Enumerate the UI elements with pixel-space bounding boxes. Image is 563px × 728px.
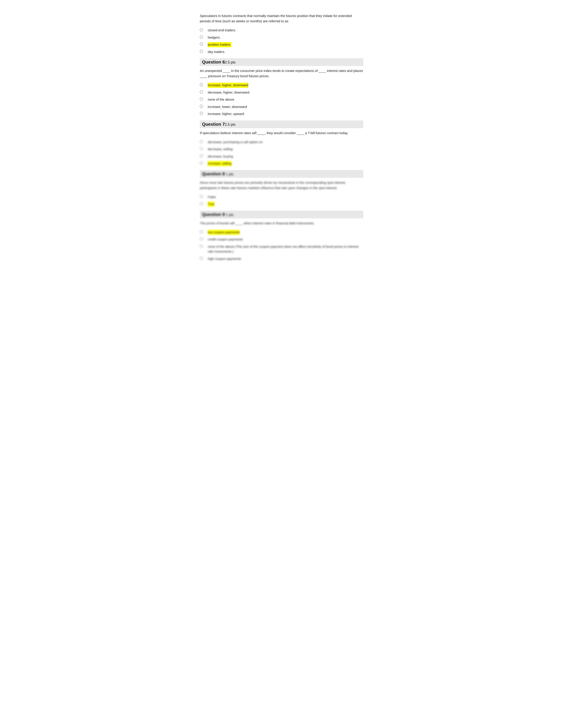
- q9-radio-d[interactable]: [200, 257, 203, 260]
- q5-label-a: closed-end traders.: [208, 28, 236, 33]
- q8-header: Question 8 1 pts: [200, 170, 363, 178]
- q7-radio-c[interactable]: [200, 154, 203, 158]
- q9-label-c: none of the above (The size of the coupo…: [208, 244, 363, 254]
- q6-intro: An unexpected ____ in the consumer price…: [200, 68, 363, 79]
- q5-label-b: hedgers.: [208, 35, 220, 40]
- q7-options-list: decrease; purchasing a call option on de…: [200, 140, 363, 166]
- q6-option-c[interactable]: none of the above: [200, 97, 363, 102]
- q8-options-list: False True: [200, 195, 363, 207]
- q7-title: Question 72.5 pts: [202, 122, 361, 127]
- q5-intro: Speculators in futures contracts that no…: [200, 13, 363, 24]
- q8-option-a[interactable]: False: [200, 195, 363, 200]
- q9-option-a[interactable]: low coupon payments: [200, 230, 363, 235]
- q6-label-a: increase; higher; downward: [208, 83, 248, 88]
- q7-radio-a[interactable]: [200, 140, 203, 143]
- q9-header: Question 9 1 pts: [200, 211, 363, 218]
- q7-option-c[interactable]: decrease; buying: [200, 154, 363, 159]
- q5-label-c: position traders.: [208, 42, 231, 47]
- q6-label-c: none of the above: [208, 97, 234, 102]
- q7-label-b: decrease; selling: [208, 147, 233, 152]
- q6-option-d[interactable]: increase; lower; downward: [200, 104, 363, 109]
- q9-radio-c[interactable]: [200, 245, 203, 248]
- q9-options-list: low coupon payments credit coupon paymen…: [200, 230, 363, 261]
- q7-label-d: increase; selling: [208, 161, 231, 166]
- q7-radio-b[interactable]: [200, 147, 203, 150]
- q6-option-b[interactable]: decrease; higher; downward: [200, 90, 363, 95]
- q6-radio-a[interactable]: [200, 83, 203, 86]
- q7-label-a: decrease; purchasing a call option on: [208, 140, 263, 145]
- q5-option-a[interactable]: closed-end traders.: [200, 28, 363, 33]
- q6-option-e[interactable]: increase; higher; upward: [200, 111, 363, 116]
- q6-radio-c[interactable]: [200, 98, 203, 101]
- q6-label-e: increase; higher; upward: [208, 111, 244, 116]
- q6-option-a[interactable]: increase; higher; downward: [200, 83, 363, 88]
- q9-label-d: high coupon payments: [208, 256, 241, 261]
- q5-options-list: closed-end traders. hedgers. position tr…: [200, 28, 363, 54]
- q8-label-b: True: [208, 202, 214, 207]
- q8-title: Question 8 1 pts: [202, 171, 361, 176]
- q5-radio-c[interactable]: [200, 43, 203, 46]
- q9-intro: The prices of bonds will ____ when inter…: [200, 221, 363, 226]
- q6-label-b: decrease; higher; downward: [208, 90, 249, 95]
- q7-option-b[interactable]: decrease; selling: [200, 147, 363, 152]
- q9-option-d[interactable]: high coupon payments: [200, 256, 363, 261]
- q7-radio-d[interactable]: [200, 161, 203, 165]
- q6-header: Question 62.5 pts: [200, 58, 363, 66]
- q9-title: Question 9 1 pts: [202, 212, 361, 217]
- q6-label-d: increase; lower; downward: [208, 104, 247, 109]
- q8-label-a: False: [208, 195, 216, 200]
- q7-option-a[interactable]: decrease; purchasing a call option on: [200, 140, 363, 145]
- q8-option-b[interactable]: True: [200, 202, 363, 207]
- q5-label-d: day traders.: [208, 49, 225, 54]
- q5-radio-a[interactable]: [200, 28, 203, 31]
- q8-radio-a[interactable]: [200, 195, 203, 198]
- q7-option-d[interactable]: increase; selling: [200, 161, 363, 166]
- q6-radio-e[interactable]: [200, 112, 203, 115]
- q7-header: Question 72.5 pts: [200, 120, 363, 128]
- q5-option-c[interactable]: position traders.: [200, 42, 363, 47]
- q8-intro: Since most rate futures prices are prima…: [200, 180, 363, 191]
- q7-label-c: decrease; buying: [208, 154, 233, 159]
- q6-radio-b[interactable]: [200, 90, 203, 94]
- q9-option-b[interactable]: credit coupon payments: [200, 237, 363, 242]
- q5-option-b[interactable]: hedgers.: [200, 35, 363, 40]
- q9-radio-b[interactable]: [200, 237, 203, 240]
- q6-radio-d[interactable]: [200, 105, 203, 108]
- q6-title: Question 62.5 pts: [202, 60, 361, 65]
- q7-intro: If speculators believe interest rates wi…: [200, 130, 363, 136]
- q9-label-a: low coupon payments: [208, 230, 240, 235]
- q9-option-c[interactable]: none of the above (The size of the coupo…: [200, 244, 363, 254]
- q9-radio-a[interactable]: [200, 230, 203, 233]
- q6-options-list: increase; higher; downward decrease; hig…: [200, 83, 363, 116]
- q9-label-b: credit coupon payments: [208, 237, 243, 242]
- q5-radio-b[interactable]: [200, 36, 203, 39]
- q5-option-d[interactable]: day traders.: [200, 49, 363, 54]
- q5-radio-d[interactable]: [200, 50, 203, 53]
- q8-radio-b[interactable]: [200, 202, 203, 205]
